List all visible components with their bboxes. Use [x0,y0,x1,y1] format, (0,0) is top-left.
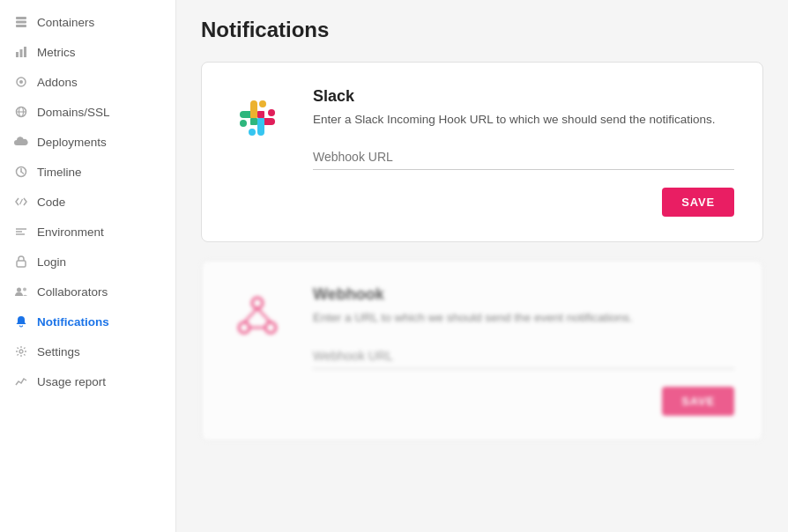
svg-rect-4 [20,49,23,57]
code-icon [14,195,28,209]
slack-title: Slack [313,87,734,106]
svg-line-14 [20,199,23,204]
clock-icon [14,165,28,179]
layers-icon [14,15,28,29]
webhook-logo [227,285,288,347]
svg-rect-31 [257,111,264,118]
sidebar-item-label: Code [37,196,65,209]
slack-save-button[interactable]: SAVE [662,188,734,217]
svg-line-13 [21,172,24,174]
svg-rect-32 [250,118,257,125]
main-content: Notifications [176,0,788,532]
sidebar-item-addons[interactable]: Addons [0,67,175,97]
svg-point-34 [252,298,263,308]
gear-icon [14,344,28,358]
bell-icon [14,314,28,329]
sidebar-item-metrics[interactable]: Metrics [0,37,175,67]
sidebar-item-domains-ssl[interactable]: Domains/SSL [0,97,175,127]
sidebar-item-label: Login [37,255,66,269]
sidebar-item-containers[interactable]: Containers [0,7,175,37]
sidebar-item-login[interactable]: Login [0,247,175,277]
environment-icon [14,225,28,239]
webhook-card-content: Webhook Enter a URL to which we should s… [313,285,734,368]
users-icon [14,284,28,299]
svg-rect-18 [17,261,26,267]
sidebar-item-label: Timeline [37,166,82,179]
sidebar-item-label: Notifications [37,315,109,329]
svg-point-21 [19,350,23,353]
sidebar-item-label: Collaborators [37,285,108,299]
webhook-save-button[interactable]: SAVE [662,387,734,416]
sidebar-item-label: Domains/SSL [37,106,110,119]
sidebar-item-label: Addons [37,76,78,89]
svg-rect-33 [257,118,264,125]
sidebar-item-usage-report[interactable]: Usage report [0,366,175,396]
svg-rect-30 [250,111,257,118]
sidebar-item-label: Metrics [37,46,76,59]
svg-rect-1 [16,21,26,24]
svg-point-7 [19,80,23,84]
svg-line-37 [244,308,257,322]
svg-point-36 [265,322,276,333]
report-icon [14,374,28,388]
slack-description: Enter a Slack Incoming Hook URL to which… [313,111,734,129]
svg-point-27 [268,109,275,116]
sidebar-item-label: Usage report [37,375,106,388]
svg-point-25 [259,100,266,107]
svg-point-20 [23,288,26,292]
webhook-url-input[interactable] [313,344,734,369]
slack-card-content: Slack Enter a Slack Incoming Hook URL to… [313,87,734,170]
cloud-icon [14,135,28,149]
webhook-card-footer: SAVE [227,387,734,416]
svg-rect-3 [16,52,19,57]
svg-line-38 [257,308,271,322]
svg-rect-2 [16,25,26,27]
sidebar-item-label: Environment [37,225,104,239]
sidebar: Containers Metrics Addons [0,0,176,532]
sidebar-item-label: Settings [37,345,80,358]
lock-icon [14,255,28,269]
sidebar-item-label: Deployments [37,136,107,149]
svg-point-19 [17,288,21,292]
svg-point-23 [240,120,247,127]
slack-logo [227,87,288,149]
svg-point-29 [249,129,256,136]
slack-webhook-input[interactable] [313,144,734,170]
svg-rect-5 [24,47,26,57]
sidebar-item-environment[interactable]: Environment [0,217,175,247]
sidebar-item-deployments[interactable]: Deployments [0,127,175,157]
svg-rect-0 [16,17,26,19]
svg-point-35 [239,322,249,333]
slack-card-footer: SAVE [227,188,734,217]
page-title: Notifications [201,18,763,42]
sidebar-item-notifications[interactable]: Notifications [0,307,175,336]
chart-icon [14,45,28,59]
sidebar-item-collaborators[interactable]: Collaborators [0,277,175,307]
webhook-title: Webhook [313,285,734,304]
sidebar-item-timeline[interactable]: Timeline [0,157,175,187]
sidebar-item-settings[interactable]: Settings [0,336,175,366]
webhook-description: Enter a URL to which we should send the … [313,309,734,327]
globe-icon [14,105,28,119]
webhook-card: Webhook Enter a URL to which we should s… [201,260,763,440]
sidebar-item-label: Containers [37,16,94,29]
sidebar-item-code[interactable]: Code [0,187,175,217]
slack-card: Slack Enter a Slack Incoming Hook URL to… [201,62,763,242]
puzzle-icon [14,75,28,89]
